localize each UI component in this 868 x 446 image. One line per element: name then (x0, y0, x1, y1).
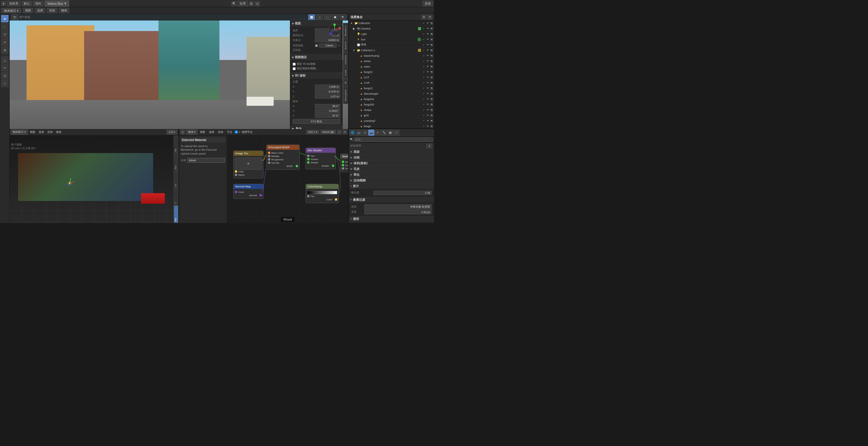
fz05-eye-icon[interactable]: 👁 (426, 103, 430, 106)
outliner-item-dianxiangan[interactable]: ▲ dianxiangan ✓ 👁 📷 (349, 91, 434, 96)
girl2-render-icon[interactable]: 📷 (430, 114, 433, 117)
cut-render-icon[interactable]: 📷 (430, 76, 433, 79)
node-mix-shader[interactable]: Mix Shader Fac Shader Shader Shader (306, 148, 336, 169)
node-image-texture[interactable]: Image Tex ▣ Color Alpha (233, 151, 264, 179)
sphere-eye-icon[interactable]: 👁 (426, 43, 430, 47)
advanced-section-header[interactable]: ▶ 高级 (349, 149, 434, 155)
material-mode-icon[interactable]: ⬛ (324, 14, 331, 20)
use-nodes-check[interactable]: ✓ 使用节点 (235, 130, 253, 134)
outliner-item-fangzi3[interactable]: ▲ fangzi3 ✓ 👁 📷 (349, 86, 434, 91)
cursor-3d-header[interactable]: ▾ 3D 游标 (290, 73, 343, 78)
hardops-tab[interactable]: HardOps (343, 52, 348, 67)
outliner-item-light[interactable]: 💡 Light ✓ 👁 📷 (349, 31, 434, 37)
coordinate-system-btn[interactable]: 坐标系 (7, 1, 21, 6)
cr-tab[interactable]: Cr (174, 188, 179, 205)
render-mode-icon[interactable]: 🔲 (332, 14, 338, 20)
col2-render-icon[interactable]: 📷 (430, 49, 433, 52)
sun-check-icon[interactable]: ✓ (422, 38, 426, 41)
hair-section-header[interactable]: ▶ 毛发 (349, 166, 434, 172)
outliner-item-collection2[interactable]: ▾ 📁 Collection 2 ✓ 👁 📷 (349, 47, 434, 53)
col2-eye-icon[interactable]: 👁 (426, 49, 430, 52)
select-tool-icon[interactable]: ⊕ (1, 15, 8, 22)
annotate-tool-icon[interactable]: △ (1, 56, 8, 64)
bai-eye-icon[interactable]: 👁 (426, 54, 430, 58)
exposure-value[interactable]: 1.00 (373, 191, 432, 195)
creat-tab[interactable]: Creat (343, 67, 348, 78)
outliner-item-sun[interactable]: ☀ Sun ✓ 👁 📷 (349, 37, 434, 42)
outliner-item-fangzi04[interactable]: ▲ fangzi04 ✓ 👁 📷 (349, 96, 434, 102)
cursor-x-value[interactable]: 1.808 m (315, 85, 340, 89)
simplify-section-header[interactable]: ▶ 简化 (349, 172, 434, 178)
atm-tab[interactable]: Atm (174, 205, 179, 223)
blenderkit-tab[interactable]: Blender K (343, 23, 348, 39)
ble-tab[interactable]: Ble (174, 136, 179, 153)
fz05-check-icon[interactable]: ✓ (422, 103, 426, 106)
vespa-render-icon[interactable]: 📷 (430, 108, 433, 112)
outliner-filter-icon[interactable]: ⊞ (421, 15, 426, 20)
street-eye-icon[interactable]: 👁 (426, 59, 430, 63)
node-select-btn[interactable]: 选择 (208, 130, 216, 134)
cam-icon[interactable]: 📷 (11, 14, 18, 20)
pixel-filter-header[interactable]: ▾ 像素过滤 (349, 197, 434, 202)
props-output-icon[interactable]: 📺 (355, 130, 362, 136)
props-render-icon-active[interactable]: 📷 (368, 130, 374, 136)
cam-eye-icon[interactable]: 👁 (426, 27, 430, 30)
car-render-icon[interactable]: 📷 (430, 81, 433, 85)
view-menu-btn[interactable]: 视图 (23, 8, 33, 13)
lock-camera-checkbox[interactable] (293, 67, 296, 70)
scale-tool-icon[interactable]: ⤧ (1, 39, 8, 46)
rotation-mode-dropdown[interactable]: XYZ 欧拉 (293, 119, 340, 124)
yj2-render-icon[interactable]: 📷 (430, 119, 433, 123)
add-cube-icon[interactable]: ⊡ (1, 72, 8, 79)
fz-eye-icon[interactable]: 👁 (426, 124, 430, 128)
node-normal-map[interactable]: Normal Map Color Normal (233, 184, 264, 199)
camera-close-icon[interactable]: ✕ (338, 44, 340, 47)
node-add-btn[interactable]: 添加 (217, 130, 224, 134)
object-type-btn[interactable]: 物体 ▾ (186, 130, 198, 135)
bottom-object-btn[interactable]: 物体 (55, 130, 63, 134)
cursor-icon[interactable]: ⊕ (1, 1, 6, 6)
cut-check-icon[interactable]: ✓ (422, 76, 426, 79)
motion-blur-section-header[interactable]: ▶ 运动模糊 (349, 178, 434, 183)
fz3-render-icon[interactable]: 📷 (430, 87, 433, 90)
lightpath-section-header[interactable]: ▶ 光程 ⋯ (349, 155, 434, 160)
fz3-eye-icon[interactable]: 👁 (426, 87, 430, 90)
move-tool-icon[interactable]: ↔ (1, 23, 8, 30)
camera-name-value[interactable]: Came... (319, 43, 337, 47)
zawu-render-icon[interactable]: 📷 (430, 65, 433, 68)
zawu-check-icon[interactable]: ✓ (422, 65, 426, 68)
filter-type-value[interactable]: 布莱克曼-哈里斯 (364, 204, 432, 210)
bottom-3d-scene[interactable]: 用户透视 (0) cars | 立方体:007 Ble Box Ha Cr At… (10, 136, 179, 223)
fz2-render-icon[interactable]: 📷 (430, 70, 433, 74)
outliner-item-collection[interactable]: ▾ 📁 Collection ✓ 👁 📷 (349, 21, 434, 26)
boxcut-tab[interactable]: BoxCut (343, 39, 348, 52)
yj2-eye-icon[interactable]: 👁 (426, 119, 430, 123)
node-view-btn[interactable]: 视图 (198, 130, 207, 134)
bai-check-icon[interactable]: ✓ (422, 54, 426, 58)
cut-eye-icon[interactable]: 👁 (426, 76, 430, 79)
bottom-add-btn[interactable]: 添加 (46, 130, 54, 134)
col-vis-check-icon[interactable]: ✓ (422, 22, 426, 25)
bottom-select-btn[interactable]: 选择 (37, 130, 45, 134)
vespa-check-icon[interactable]: ✓ (422, 108, 426, 112)
street-render-icon[interactable]: 📷 (430, 59, 433, 63)
outliner-item-baiyechuang[interactable]: ▲ baiyechuang ✓ 👁 📷 (349, 53, 434, 59)
alt-tab[interactable]: Alt (343, 78, 348, 87)
filter-width-value[interactable]: 1.50 px (364, 210, 432, 214)
fz3-check-icon[interactable]: ✓ (422, 87, 426, 90)
fz04-render-icon[interactable]: 📷 (430, 97, 433, 101)
bottom-mode-btn[interactable]: 物体模式 ▾ (11, 130, 28, 135)
film-section-header[interactable]: ▾ 胶片 (349, 184, 434, 189)
bai-render-icon[interactable]: 📷 (430, 54, 433, 58)
outliner-item-fangzi05[interactable]: ▲ fangzi05 ✓ 👁 📷 (349, 102, 434, 107)
col-eye-icon[interactable]: 👁 (426, 22, 430, 25)
fz-check-icon[interactable]: ✓ (422, 124, 426, 128)
transparency-section-header[interactable]: ▾ 透明 (349, 216, 434, 222)
fz04-check-icon[interactable]: ✓ (422, 97, 426, 101)
node-type-icon[interactable]: ◎ (180, 130, 185, 134)
sun-eye-icon[interactable]: 👁 (426, 38, 430, 41)
use-nodes-checkbox[interactable] (235, 130, 238, 133)
snap-icon[interactable]: ⊞ (249, 1, 254, 6)
fz-render-icon[interactable]: 📷 (430, 124, 433, 128)
col-render-icon[interactable]: 📷 (430, 22, 433, 25)
